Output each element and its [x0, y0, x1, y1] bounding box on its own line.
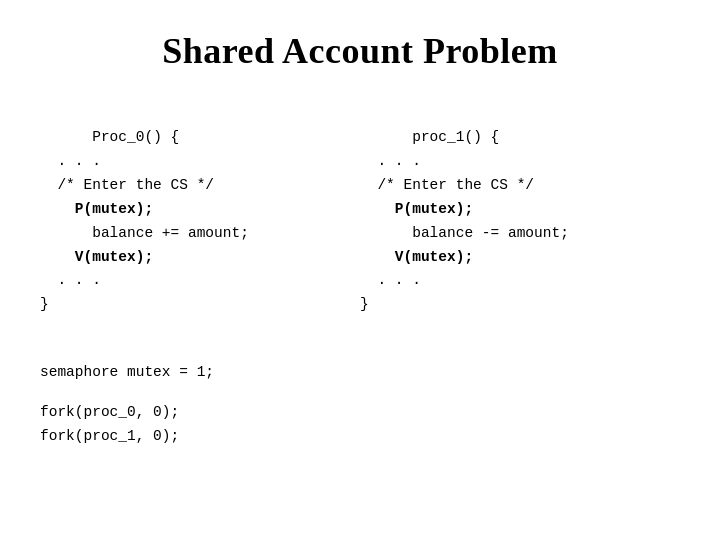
left-vmutex: V(mutex); [75, 249, 153, 265]
right-line-1: proc_1() { . . . /* Enter the CS */ P(mu… [360, 129, 569, 312]
fork-line-1: fork(proc_0, 0); fork(proc_1, 0); [40, 404, 179, 444]
left-code-block: Proc_0() { . . . /* Enter the CS */ P(mu… [40, 102, 360, 341]
left-pmutex: P(mutex); [75, 201, 153, 217]
code-section: Proc_0() { . . . /* Enter the CS */ P(mu… [40, 102, 680, 341]
slide-title: Shared Account Problem [40, 30, 680, 72]
right-vmutex: V(mutex); [395, 249, 473, 265]
right-code-block: proc_1() { . . . /* Enter the CS */ P(mu… [360, 102, 680, 341]
right-pmutex: P(mutex); [395, 201, 473, 217]
left-line-1: Proc_0() { . . . /* Enter the CS */ P(mu… [40, 129, 249, 312]
slide: Shared Account Problem Proc_0() { . . . … [0, 0, 720, 540]
fork-lines: fork(proc_0, 0); fork(proc_1, 0); [40, 401, 680, 449]
semaphore-line: semaphore mutex = 1; [40, 361, 680, 385]
